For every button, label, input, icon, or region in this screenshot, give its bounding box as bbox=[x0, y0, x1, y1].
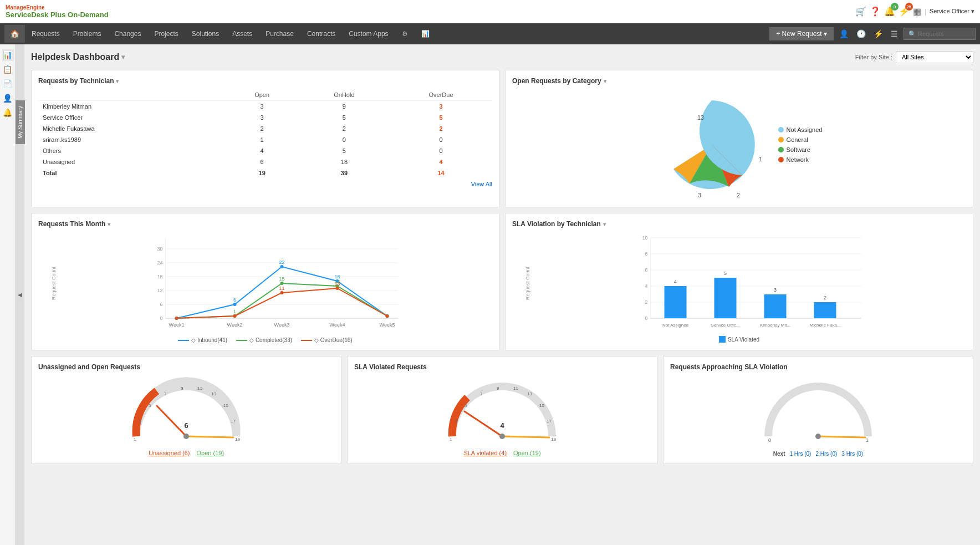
nav-changes[interactable]: Changes bbox=[108, 23, 147, 44]
overdue-count: 0 bbox=[390, 145, 492, 156]
svg-text:Week5: Week5 bbox=[380, 322, 395, 328]
svg-rect-58 bbox=[665, 286, 687, 318]
legend-general: General bbox=[778, 136, 823, 143]
sidebar-list-icon[interactable]: 📋 bbox=[2, 63, 14, 75]
dashboard-content: Helpdesk Dashboard ▾ Filter by Site : Al… bbox=[24, 44, 980, 545]
svg-line-81 bbox=[186, 436, 233, 437]
svg-point-36 bbox=[336, 287, 339, 290]
svg-text:6: 6 bbox=[184, 421, 188, 430]
my-summary-tab[interactable]: My Summary bbox=[16, 100, 25, 144]
nav-solutions[interactable]: Solutions bbox=[185, 23, 226, 44]
new-request-button[interactable]: + New Request ▾ bbox=[769, 27, 834, 40]
alert-badge: 25 bbox=[905, 3, 913, 11]
svg-text:12: 12 bbox=[157, 288, 162, 293]
user-label[interactable]: Service Officer ▾ bbox=[930, 8, 974, 15]
brand-product-name: ServiceDesk Plus On-Demand bbox=[6, 11, 109, 19]
help-icon[interactable]: ❓ bbox=[870, 6, 881, 17]
overdue-count: 5 bbox=[390, 112, 492, 123]
overdue-count: 14 bbox=[390, 167, 492, 179]
svg-text:6: 6 bbox=[233, 297, 236, 303]
svg-line-80 bbox=[157, 406, 186, 436]
svg-point-19 bbox=[280, 265, 284, 268]
open-count: 3 bbox=[226, 112, 299, 123]
sla-violated-gauge-title: SLA Violated Requests bbox=[354, 363, 650, 371]
legend-inbound: ◇ Inbound(41) bbox=[178, 337, 227, 343]
svg-text:17: 17 bbox=[231, 419, 236, 424]
sla-open-val-label[interactable]: Open (19) bbox=[513, 450, 541, 456]
main-layout: 📊 📋 📄 👤 🔔 ◀ My Summary Helpdesk Dashboar… bbox=[0, 44, 980, 545]
line-chart-wrapper: Request Count 0 6 12 18 2 bbox=[38, 232, 492, 334]
hr2-label[interactable]: 2 Hrs (0) bbox=[815, 451, 837, 457]
svg-point-27 bbox=[280, 282, 284, 285]
nav-menu-icon[interactable]: ☰ bbox=[889, 29, 900, 38]
notification-bell-wrap: 🔔 3 bbox=[884, 6, 895, 17]
title-dropdown-icon[interactable]: ▾ bbox=[121, 53, 125, 61]
req-this-month-caret[interactable]: ▾ bbox=[108, 221, 110, 227]
nav-contracts[interactable]: Contracts bbox=[300, 23, 342, 44]
svg-text:1: 1 bbox=[866, 437, 869, 443]
nav-requests[interactable]: Requests bbox=[25, 23, 67, 44]
svg-text:17: 17 bbox=[547, 419, 552, 424]
table-row: Total 19 39 14 bbox=[38, 167, 492, 179]
cart-icon[interactable]: 🛒 bbox=[855, 6, 866, 17]
nav-custom-apps[interactable]: Custom Apps bbox=[342, 23, 395, 44]
svg-text:4: 4 bbox=[500, 421, 504, 430]
hr3-label[interactable]: 3 Hrs (0) bbox=[841, 451, 863, 457]
svg-text:15: 15 bbox=[539, 403, 544, 408]
unassigned-gauge-labels: Unassigned (6) Open (19) bbox=[149, 450, 224, 456]
y-axis-label-line: Request Count bbox=[51, 266, 57, 299]
svg-text:3: 3 bbox=[774, 287, 777, 293]
unassigned-val-label[interactable]: Unassigned (6) bbox=[149, 450, 190, 456]
nav-flag-icon[interactable]: ⚡ bbox=[871, 29, 885, 38]
svg-text:30: 30 bbox=[157, 246, 162, 252]
svg-line-95 bbox=[502, 436, 549, 437]
onhold-count: 5 bbox=[299, 145, 390, 156]
open-val-label[interactable]: Open (19) bbox=[197, 450, 224, 456]
svg-text:6: 6 bbox=[160, 302, 162, 307]
open-by-cat-caret[interactable]: ▾ bbox=[604, 78, 606, 84]
nav-clock-icon[interactable]: 🕐 bbox=[854, 29, 868, 38]
approaching-sla-title: Requests Approaching SLA Violation bbox=[670, 363, 966, 371]
sidebar-bell-icon[interactable]: 🔔 bbox=[2, 106, 14, 119]
overdue-count: 0 bbox=[390, 134, 492, 145]
svg-text:13: 13 bbox=[211, 391, 216, 396]
left-sidebar: 📊 📋 📄 👤 🔔 bbox=[0, 44, 16, 545]
nav-problems[interactable]: Problems bbox=[67, 23, 108, 44]
svg-text:5: 5 bbox=[465, 403, 467, 408]
col-overdue: OverDue bbox=[390, 89, 492, 101]
nav-projects[interactable]: Projects bbox=[147, 23, 185, 44]
sidebar-person-icon[interactable]: 👤 bbox=[2, 92, 14, 104]
brand-bar: ManageEngine ServiceDesk Plus On-Demand … bbox=[0, 0, 980, 23]
sla-by-tech-panel: SLA Violation by Technician ▾ Request Co… bbox=[505, 213, 973, 350]
view-all-link[interactable]: View All bbox=[38, 181, 492, 187]
nav-user-icon[interactable]: 👤 bbox=[837, 29, 851, 38]
nav-home-btn[interactable]: 🏠 bbox=[4, 25, 25, 43]
hr1-label[interactable]: 1 Hrs (0) bbox=[789, 451, 811, 457]
bar-chart-legend: SLA Violated bbox=[512, 336, 966, 343]
svg-text:Week1: Week1 bbox=[169, 322, 185, 328]
tech-name: Others bbox=[38, 145, 226, 156]
sidebar-dashboard-icon[interactable]: 📊 bbox=[2, 49, 14, 61]
req-by-tech-caret[interactable]: ▾ bbox=[116, 78, 119, 84]
sla-by-tech-caret[interactable]: ▾ bbox=[603, 221, 606, 227]
nav-settings-icon[interactable]: ⚙ bbox=[395, 23, 415, 44]
pie-legend: Not Assigned General Software Netwo bbox=[778, 126, 823, 163]
tech-name: Service Officer bbox=[38, 112, 226, 123]
svg-text:19: 19 bbox=[235, 437, 240, 442]
svg-point-33 bbox=[175, 317, 178, 320]
search-input[interactable] bbox=[904, 28, 976, 40]
nav-chart-icon[interactable]: 📊 bbox=[415, 23, 436, 44]
sla-violated-val-label[interactable]: SLA violated (4) bbox=[463, 450, 507, 456]
nav-purchase[interactable]: Purchase bbox=[259, 23, 300, 44]
nav-assets[interactable]: Assets bbox=[226, 23, 259, 44]
grid-icon[interactable]: ▦ bbox=[913, 6, 921, 17]
svg-text:11: 11 bbox=[279, 286, 284, 291]
svg-text:24: 24 bbox=[157, 260, 162, 266]
svg-text:11: 11 bbox=[197, 386, 202, 391]
svg-rect-67 bbox=[814, 302, 836, 318]
svg-point-34 bbox=[233, 314, 237, 318]
filter-site-select[interactable]: All Sites Site 1 Site 2 bbox=[896, 51, 973, 63]
open-count: 4 bbox=[226, 145, 299, 156]
sidebar-doc-icon[interactable]: 📄 bbox=[2, 78, 14, 90]
svg-point-35 bbox=[280, 291, 284, 294]
